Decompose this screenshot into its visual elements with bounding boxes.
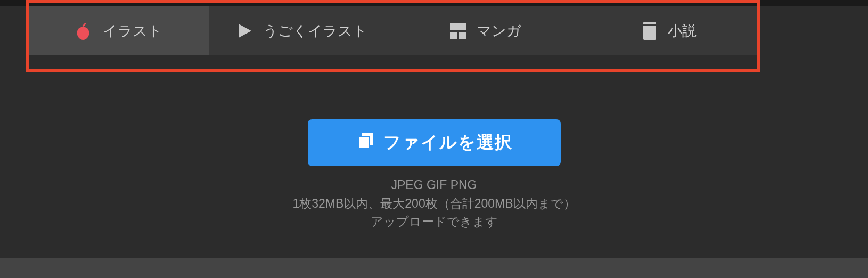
svg-rect-0 bbox=[450, 23, 466, 30]
file-select-button[interactable]: ファイルを選択 bbox=[308, 119, 561, 166]
file-select-label: ファイルを選択 bbox=[383, 131, 513, 154]
tab-ugoira[interactable]: うごくイラスト bbox=[209, 6, 393, 55]
svg-rect-1 bbox=[450, 32, 457, 39]
svg-rect-4 bbox=[643, 24, 656, 26]
svg-rect-6 bbox=[359, 136, 370, 148]
tab-label: イラスト bbox=[103, 21, 162, 40]
tab-label: 小説 bbox=[668, 21, 697, 40]
files-icon bbox=[356, 131, 375, 154]
upload-limits: 1枚32MB以内、最大200枚（合計200MB以内まで） bbox=[292, 194, 575, 213]
play-icon bbox=[235, 22, 253, 40]
tab-illustration[interactable]: イラスト bbox=[26, 6, 209, 55]
top-bar bbox=[0, 0, 868, 6]
spacer bbox=[0, 55, 868, 119]
tabs-container: イラスト うごくイラスト マンガ 小説 bbox=[26, 6, 760, 55]
tab-label: うごくイラスト bbox=[263, 21, 367, 40]
tab-manga[interactable]: マンガ bbox=[393, 6, 577, 55]
upload-note: アップロードできます bbox=[292, 212, 575, 231]
upload-area: ファイルを選択 JPEG GIF PNG 1枚32MB以内、最大200枚（合計2… bbox=[0, 119, 868, 231]
tab-label: マンガ bbox=[477, 21, 521, 40]
book-icon bbox=[641, 21, 658, 41]
upload-hints: JPEG GIF PNG 1枚32MB以内、最大200枚（合計200MB以内まで… bbox=[292, 176, 575, 231]
bottom-bar bbox=[0, 258, 868, 278]
upload-formats: JPEG GIF PNG bbox=[292, 176, 575, 194]
apple-icon bbox=[73, 21, 93, 41]
svg-rect-2 bbox=[459, 32, 466, 39]
panels-icon bbox=[449, 22, 467, 40]
tab-novel[interactable]: 小説 bbox=[577, 6, 760, 55]
